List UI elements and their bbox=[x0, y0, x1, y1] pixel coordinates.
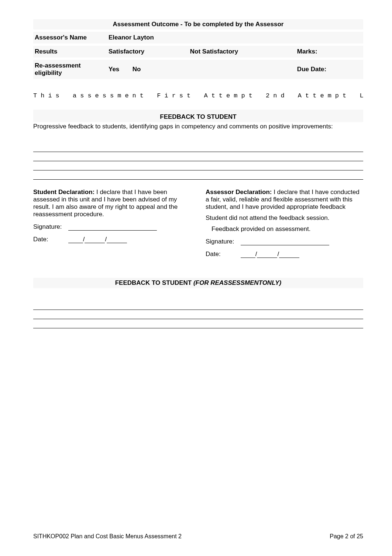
feedback-line bbox=[33, 161, 363, 161]
due-date-label: Due Date: bbox=[296, 60, 363, 79]
footer-left: SITHKOP002 Plan and Cost Basic Menus Ass… bbox=[33, 533, 182, 540]
assessor-date-year[interactable] bbox=[279, 252, 299, 258]
assessor-opt-feedback-provided: Feedback provided on assessment. bbox=[206, 225, 363, 233]
assessor-signature-label: Signature: bbox=[206, 238, 239, 245]
feedback-heading-band: FEEDBACK TO STUDENT bbox=[33, 110, 363, 122]
student-signature-row: Signature: bbox=[33, 223, 191, 231]
feedback-heading: FEEDBACK TO STUDENT bbox=[35, 113, 361, 121]
student-signature-field[interactable] bbox=[68, 224, 157, 231]
results-not-satisfactory: Not Satisfactory bbox=[189, 46, 296, 58]
reassess-heading: FEEDBACK TO STUDENT (FOR REASSESSMENTONL… bbox=[35, 279, 361, 287]
student-date-day[interactable] bbox=[68, 237, 83, 243]
attempt-line: This assessment First Attempt 2nd Attemp… bbox=[33, 92, 363, 99]
assessor-decl-label: Assessor Declaration: bbox=[206, 189, 272, 196]
declarations-row: Student Declaration: I declare that I ha… bbox=[33, 189, 363, 258]
feedback-line bbox=[33, 179, 363, 180]
outcome-table: Assessor's Name Eleanor Layton Results S… bbox=[33, 30, 363, 81]
student-date-row: Date: // bbox=[33, 236, 191, 243]
reassess-heading-plain: FEEDBACK TO STUDENT bbox=[115, 279, 193, 286]
feedback-line bbox=[33, 152, 363, 152]
page-footer: SITHKOP002 Plan and Cost Basic Menus Ass… bbox=[33, 533, 363, 540]
table-row: Re-assessment eligibility Yes No Due Dat… bbox=[33, 60, 363, 79]
assessor-date-row: Date: // bbox=[206, 251, 363, 258]
assessor-date-month[interactable] bbox=[257, 252, 277, 258]
student-date-label: Date: bbox=[33, 236, 66, 243]
marks-label: Marks: bbox=[296, 46, 363, 58]
outcome-heading: Assessment Outcome - To be completed by … bbox=[35, 21, 361, 28]
assessor-signature-row: Signature: bbox=[206, 238, 363, 245]
assessor-date-label: Date: bbox=[206, 251, 239, 258]
assessor-date-day[interactable] bbox=[241, 252, 255, 258]
reassess-heading-band: FEEDBACK TO STUDENT (FOR REASSESSMENTONL… bbox=[33, 278, 363, 288]
reassess-block: FEEDBACK TO STUDENT (FOR REASSESSMENTONL… bbox=[33, 278, 363, 328]
reassess-line bbox=[33, 319, 363, 319]
student-signature-label: Signature: bbox=[33, 223, 66, 231]
results-label: Results bbox=[33, 46, 107, 58]
feedback-subtext: Progressive feedback to students, identi… bbox=[33, 123, 363, 130]
assessor-opt-no-attend: Student did not attend the feedback sess… bbox=[206, 214, 363, 222]
reassess-yes: Yes bbox=[109, 66, 131, 73]
reassess-line bbox=[33, 328, 363, 328]
assessor-name-value: Eleanor Layton bbox=[107, 32, 363, 44]
assessor-signature-field[interactable] bbox=[241, 239, 329, 245]
reassess-eligibility-label: Re-assessment eligibility bbox=[33, 60, 107, 79]
reassess-heading-ital: (FOR REASSESSMENTONLY) bbox=[193, 279, 281, 286]
feedback-line bbox=[33, 170, 363, 170]
table-row: Results Satisfactory Not Satisfactory Ma… bbox=[33, 46, 363, 58]
reassess-no: No bbox=[133, 66, 141, 73]
student-date-year[interactable] bbox=[107, 237, 127, 243]
assessor-declaration: Assessor Declaration: I declare that I h… bbox=[206, 189, 363, 258]
outcome-heading-band: Assessment Outcome - To be completed by … bbox=[33, 19, 363, 30]
results-satisfactory: Satisfactory bbox=[107, 46, 189, 58]
page: Assessment Outcome - To be completed by … bbox=[0, 0, 392, 556]
reassess-line bbox=[33, 310, 363, 310]
student-date-month[interactable] bbox=[85, 237, 105, 243]
table-row: Assessor's Name Eleanor Layton bbox=[33, 32, 363, 44]
assessor-name-label: Assessor's Name bbox=[33, 32, 107, 44]
student-declaration: Student Declaration: I declare that I ha… bbox=[33, 189, 191, 258]
student-decl-label: Student Declaration: bbox=[33, 189, 94, 196]
footer-right: Page 2 of 25 bbox=[330, 533, 363, 540]
